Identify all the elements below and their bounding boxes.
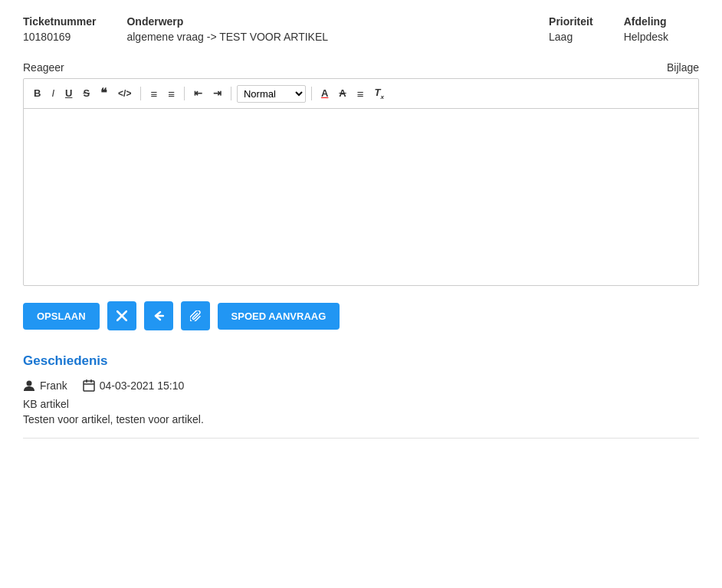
italic-button[interactable]: I xyxy=(48,85,58,102)
format-select[interactable]: Normal Heading 1 Heading 2 Heading 3 xyxy=(237,85,306,103)
history-divider xyxy=(23,438,699,439)
ticketnummer-value: 10180169 xyxy=(23,31,96,43)
editor-container: B I U S ❝ </> ≡ ≡ ⇤ ⇥ Normal Heading 1 H… xyxy=(23,78,699,286)
paperclip-icon xyxy=(190,310,201,321)
action-row: OPSLAAN SPOED AANVRAAG xyxy=(23,301,699,330)
align-button[interactable]: ≡ xyxy=(353,84,368,103)
attachment-button[interactable] xyxy=(181,301,210,330)
reageer-label: Reageer xyxy=(23,61,64,74)
person-icon xyxy=(23,379,35,392)
editor-body[interactable] xyxy=(24,109,698,285)
cancel-button[interactable] xyxy=(107,301,136,330)
code-button[interactable]: </> xyxy=(114,86,135,102)
history-datetime: 04-03-2021 15:10 xyxy=(100,379,185,392)
onderwerp-label: Onderwerp xyxy=(126,15,518,28)
spoed-button[interactable]: SPOED AANVRAAG xyxy=(218,303,340,330)
prioriteit-value: Laag xyxy=(549,31,593,43)
editor-toolbar: B I U S ❝ </> ≡ ≡ ⇤ ⇥ Normal Heading 1 H… xyxy=(24,79,698,109)
x-icon xyxy=(117,310,127,321)
history-entry: Frank 04-03-2021 15:10 KB artikel Testen… xyxy=(23,379,699,425)
prioriteit-col: Prioriteit Laag xyxy=(549,15,593,43)
history-section: Geschiedenis Frank 04-03-2021 15:10 xyxy=(23,353,699,439)
history-subject: KB artikel xyxy=(23,398,699,410)
history-username: Frank xyxy=(40,379,67,392)
toolbar-separator-4 xyxy=(311,87,312,100)
indent-left-button[interactable]: ⇤ xyxy=(190,85,206,102)
underline-button[interactable]: U xyxy=(61,85,76,102)
toolbar-separator-3 xyxy=(231,87,231,100)
history-date: 04-03-2021 15:10 xyxy=(83,379,185,392)
prioriteit-label: Prioriteit xyxy=(549,15,593,28)
afdeling-col: Afdeling Helpdesk xyxy=(624,15,668,43)
ticketnummer-col: Ticketnummer 10180169 xyxy=(23,15,96,43)
onderwerp-value: algemene vraag -> TEST VOOR ARTIKEL xyxy=(126,31,518,43)
opslaan-button[interactable]: OPSLAAN xyxy=(23,303,100,330)
bold-button[interactable]: B xyxy=(30,85,44,102)
strikethrough-button[interactable]: S xyxy=(79,85,94,102)
onderwerp-col: Onderwerp algemene vraag -> TEST VOOR AR… xyxy=(126,15,518,43)
reply-icon xyxy=(153,310,164,321)
section-row: Reageer Bijlage xyxy=(23,61,699,74)
history-body: Testen voor artikel, testen voor artikel… xyxy=(23,413,699,425)
toolbar-separator-1 xyxy=(140,87,141,100)
history-meta: Frank 04-03-2021 15:10 xyxy=(23,379,699,392)
ordered-list-button[interactable]: ≡ xyxy=(146,84,161,103)
history-user: Frank xyxy=(23,379,67,392)
unordered-list-button[interactable]: ≡ xyxy=(164,84,179,103)
history-title: Geschiedenis xyxy=(23,353,699,369)
ticket-header: Ticketnummer 10180169 Onderwerp algemene… xyxy=(23,15,699,43)
indent-right-button[interactable]: ⇥ xyxy=(209,85,225,102)
afdeling-value: Helpdesk xyxy=(624,31,668,43)
font-color-button[interactable]: A xyxy=(317,85,332,102)
ticketnummer-label: Ticketnummer xyxy=(23,15,96,28)
reply-button[interactable] xyxy=(144,301,173,330)
svg-point-2 xyxy=(27,381,32,386)
bijlage-label: Bijlage xyxy=(667,61,699,74)
svg-rect-3 xyxy=(84,381,94,391)
afdeling-label: Afdeling xyxy=(624,15,668,28)
font-highlight-button[interactable]: A xyxy=(335,85,350,102)
clear-format-button[interactable]: Tx xyxy=(371,84,388,103)
toolbar-separator-2 xyxy=(184,87,185,100)
calendar-icon xyxy=(83,379,95,392)
blockquote-button[interactable]: ❝ xyxy=(97,84,111,103)
